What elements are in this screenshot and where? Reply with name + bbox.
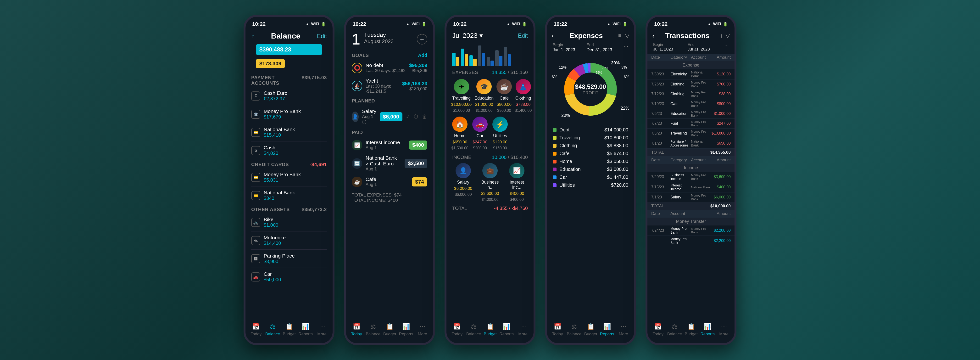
nav-budget-5[interactable]: 📋 Budget [684,323,698,336]
account-cash-euro[interactable]: € Cash Euro €2,372.97 [245,88,332,104]
more-icon-3: ⋯ [520,323,526,330]
tx-education[interactable]: 7/9/23 Education Money ProBank $1,000.00 [648,109,735,119]
account-money-pro-bank[interactable]: 🏦 Money Pro Bank $17,679 [245,106,332,122]
expenses-section-header: EXPENSES 14,355 / $15,160 [447,68,533,77]
today-icon-3: 📅 [453,323,461,330]
donut-legend: Debt $14,000.00 Travelling $10,800.00 Cl… [547,125,634,190]
cat-cafe[interactable]: ☕ Cafe $800.00 $900.00 [496,79,512,113]
cat-travelling[interactable]: ✈ Travelling $10,800.00 $1,000.00 [451,79,472,113]
paid-interest[interactable]: 📈 Interest income Aug 1 $400 [346,137,433,153]
nav-more-1[interactable]: ⋯ More [315,323,329,336]
add-button[interactable]: + [417,34,427,45]
nav-balance-1[interactable]: ⚖ Balance [265,323,280,336]
back-button-4[interactable]: ‹ [552,32,554,40]
income-interest[interactable]: 📈 Interest inc... $400.00 $400.00 [505,163,529,202]
other-assets-header: OTHER ASSETS $350,773.2 [245,204,332,214]
filter-list-icon[interactable]: ≡ [618,32,622,39]
edit-button[interactable]: Edit [317,33,327,40]
tx-clothing-1[interactable]: 7/26/23 Clothing Money ProBank $700.00 [648,80,735,89]
tx-clothing-2[interactable]: 7/12/23 Clothing Money ProBank $38.00 [648,89,735,99]
income-section-label: Income [648,164,735,172]
trash-icon[interactable]: 🗑 [422,114,427,120]
paid-cafe[interactable]: ☕ Cafe Aug 1 $74 [346,174,433,190]
nav-budget-4[interactable]: 📋 Budget [584,323,598,336]
tx-electricity[interactable]: 7/30/23 Electricity National Bank $120.0… [648,69,735,80]
paid-transfer[interactable]: 🔄 National Bank > Cash Euro Aug 1 $2,500 [346,153,433,174]
cat-car[interactable]: 🚗 Car $247.00 $200.00 [471,116,488,150]
edit-btn-budget[interactable]: Edit [518,32,528,39]
tx-cafe[interactable]: 7/10/23 Cafe Money ProBank $800.00 [648,99,735,109]
phone-expenses: 10:22 ▲WiFi🔋 ‹ Expenses ≡ ▽ Begin Jan 1,… [545,15,636,345]
filter-icon-5[interactable]: ▽ [725,32,730,39]
share-icon-5[interactable]: ↑ [720,32,723,39]
status-icons-5: ▲WiFi🔋 [708,22,728,27]
asset-motorbike[interactable]: 🏍 Motorbike $14,400 [245,233,332,248]
time-3: 10:22 [453,21,466,27]
nav-reports-5[interactable]: 📊 Reports [700,323,715,336]
nav-balance-3[interactable]: ⚖ Balance [466,323,481,336]
back-button-5[interactable]: ‹ [652,32,655,40]
nav-budget-2[interactable]: 📋 Budget [383,323,397,336]
more-dots-5[interactable]: ··· [724,43,729,52]
tx-interest-income[interactable]: 7/15/23 Interest income National Bank $4… [648,182,735,193]
income-business[interactable]: 💼 Business in... $3,600.00 $4,000.00 [478,163,502,202]
share-icon[interactable]: ↑ [251,32,255,40]
nav-today-4[interactable]: 📅 Today [550,323,565,336]
status-icons-1: ▲WiFi🔋 [305,22,326,27]
nav-today-2[interactable]: 📅 Today [349,323,364,336]
cat-clothing[interactable]: 👗 Clothing $788.00 $1,400.00 [515,79,531,113]
asset-car[interactable]: 🚗 Car $50,000 [245,269,332,285]
nav-more-3[interactable]: ⋯ More [516,323,530,336]
tx-salary[interactable]: 7/1/23 Salary Money Pro Bank $6,000.00 [648,193,735,202]
expenses-date-range: Begin Jan 1, 2023 End Dec 31, 2023 ··· [547,41,634,53]
more-dots-4[interactable]: ··· [624,43,628,53]
nav-reports-3[interactable]: 📊 Reports [500,323,514,336]
tx-furniture[interactable]: 7/1/23 Furniture /Accessories National B… [648,139,735,149]
nav-reports-2[interactable]: 📊 Reports [399,323,413,336]
nav-today-3[interactable]: 📅 Today [450,323,464,336]
asset-bike[interactable]: 🚲 Bike $1,000 [245,214,332,230]
tx-transfer-2[interactable]: Money Pro Bank $2,200.00 [648,236,735,246]
svg-text:29%: 29% [595,71,602,75]
nav-more-5[interactable]: ⋯ More [717,323,731,336]
asset-parking[interactable]: 🅿 Parking Place $8,900 [245,251,332,267]
transactions-header: ‹ Transactions ↑ ▽ [648,29,735,41]
phone-transactions: 10:22 ▲WiFi🔋 ‹ Transactions ↑ ▽ Begin Ju… [646,15,737,345]
nav-more-4[interactable]: ⋯ More [616,323,631,336]
nav-balance-5[interactable]: ⚖ Balance [667,323,682,336]
tx-transfer-1[interactable]: 7/24/23 Money Pro Bank Money Pro Bank $2… [648,226,735,236]
income-grid: 👤 Salary $6,000.00 $6,000.00 💼 Business … [447,162,533,203]
planned-salary[interactable]: 👤 Salary Aug 1 ⓘ $6,000 ✓ ⏱ 🗑 [346,105,433,128]
account-cash[interactable]: $ Cash $4,020 [245,142,332,158]
paid-header: PAID [346,128,433,137]
cat-home[interactable]: 🏠 Home $650.00 $1,500.00 [451,116,468,150]
month-selector[interactable]: Jul 2023 ▾ [452,32,483,40]
nav-reports-4[interactable]: 📊 Reports [600,323,614,336]
nav-balance-2[interactable]: ⚖ Balance [366,323,380,336]
nav-budget-3[interactable]: 📋 Budget [483,323,497,336]
check-icon[interactable]: ✓ [406,114,410,120]
nav-reports-1[interactable]: 📊 Reports [298,323,313,336]
bottom-nav-1: 📅 Today ⚖ Balance 📋 Budget 📊 Reports ⋯ [245,319,332,343]
cat-education[interactable]: 🎓 Education $1,000.00 $1,000.00 [474,79,493,113]
cat-utilities[interactable]: ⚡ Utilities $120.00 $160.00 [492,116,509,150]
reports-icon-5: 📊 [704,323,711,330]
cc-national-bank[interactable]: 💳 National Bank $340 [245,187,332,204]
today-icon-5: 📅 [654,323,662,330]
nav-budget-1[interactable]: 📋 Budget [282,323,296,336]
goal-yacht[interactable]: ⛵ Yacht Last 30 days: -$11,241.5 $56,188… [346,76,433,96]
tx-travelling[interactable]: 7/5/23 Travelling Money ProBank $10,800.… [648,129,735,139]
cc-money-pro[interactable]: 💳 Money Pro Bank $5,031 [245,169,332,185]
nav-balance-4[interactable]: ⚖ Balance [567,323,581,336]
tx-fuel[interactable]: 7/7/23 Fuel Money ProBank $247.00 [648,119,735,129]
nav-today-1[interactable]: 📅 Today [249,323,263,336]
planned-header: PLANNED [346,96,433,105]
goal-no-debt[interactable]: ⭕ No debt Last 30 days: $1,462 $95,309 $… [346,60,433,76]
nav-today-5[interactable]: 📅 Today [651,323,665,336]
filter-icon[interactable]: ▽ [625,32,629,39]
account-national-bank[interactable]: 💳 National Bank $15,410 [245,124,332,140]
nav-more-2[interactable]: ⋯ More [415,323,430,336]
income-salary[interactable]: 👤 Salary $6,000.00 $6,000.00 [451,163,475,202]
tx-biz-income[interactable]: 7/20/23 Business income Money Pro Bank $… [648,172,735,182]
clock-icon[interactable]: ⏱ [414,114,419,120]
